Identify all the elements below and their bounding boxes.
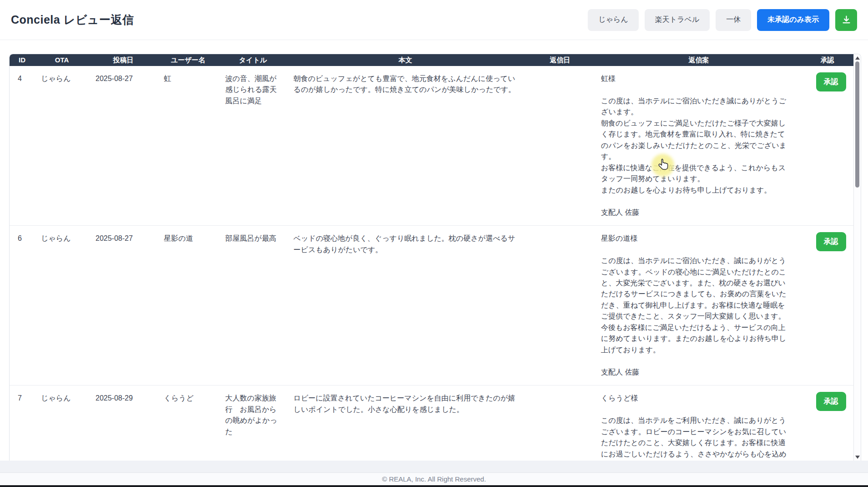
table-row: 7 じゃらん 2025-08-29 くらうど 大人数の家族旅行 お風呂からの眺め… <box>10 386 861 461</box>
cell-user-name: 星影の道 <box>157 226 219 385</box>
cell-reply-date <box>524 226 596 385</box>
table-row: 4 じゃらん 2025-08-27 虹 波の音、潮風が感じられる露天風呂に満足 … <box>10 66 861 226</box>
cell-reply-draft: 虹様 この度は、当ホテルにご宿泊いただき誠にありがとうございます。 朝食のビュッ… <box>596 66 801 225</box>
approve-button[interactable]: 承認 <box>816 392 846 411</box>
page-title: Conciela レビュー返信 <box>11 12 134 27</box>
column-header: 投稿日 <box>89 54 157 66</box>
copyright-text: © REALA, Inc. All Right Reserved. <box>382 475 486 483</box>
cell-reply-date <box>524 66 596 225</box>
footer: © REALA, Inc. All Right Reserved. <box>0 472 868 485</box>
page-background-gap <box>0 461 868 472</box>
cell-review-body: ロビーに設置されていたコーヒーマシンを自由に利用できたのが嬉しいポイントでした。… <box>287 386 524 461</box>
approve-button[interactable]: 承認 <box>816 232 846 251</box>
column-header: 返信日 <box>524 54 596 66</box>
cell-approve: 承認 <box>801 386 861 461</box>
reviews-table: IDOTA投稿日ユーザー名タイトル本文返信日返信案承認 4 じゃらん 2025-… <box>9 54 861 461</box>
column-header: ユーザー名 <box>157 54 219 66</box>
download-icon <box>842 15 851 25</box>
scrollbar-thumb[interactable] <box>855 61 859 188</box>
cell-user-name: くらうど <box>157 386 219 461</box>
cell-id: 6 <box>10 226 35 385</box>
cell-ota: じゃらん <box>35 66 89 225</box>
vertical-scrollbar[interactable] <box>853 54 861 461</box>
cell-id: 4 <box>10 66 35 225</box>
column-header: 本文 <box>287 54 524 66</box>
cell-reply-draft: くらうど様 この度は、当ホテルをご利用いただき、誠にありがとうございます。ロビー… <box>596 386 801 461</box>
top-bar: Conciela レビュー返信 じゃらん 楽天トラベル 一休 未承認のみ表示 <box>0 0 868 40</box>
filter-ikkyu-button[interactable]: 一休 <box>716 9 751 31</box>
cell-review-body: ベッドの寝心地が良く、ぐっすり眠れました。枕の硬さが選べるサービスもありがたいで… <box>287 226 524 385</box>
filter-jalan-button[interactable]: じゃらん <box>588 9 639 31</box>
cell-reply-date <box>524 386 596 461</box>
cell-review-body: 朝食のビュッフェがとても豊富で、地元食材をふんだんに使っているのが嬉しかったです… <box>287 66 524 225</box>
window-bottom-edge <box>0 485 868 487</box>
cell-user-name: 虹 <box>157 66 219 225</box>
column-header: 承認 <box>801 54 853 66</box>
column-header: OTA <box>35 54 89 66</box>
cell-reply-draft: 星影の道様 この度は、当ホテルにご宿泊いただき、誠にありがとうございます。ベッド… <box>596 226 801 385</box>
table-body: 4 じゃらん 2025-08-27 虹 波の音、潮風が感じられる露天風呂に満足 … <box>10 66 861 461</box>
column-header: ID <box>10 54 35 66</box>
approve-button[interactable]: 承認 <box>816 72 846 91</box>
cell-review-title: 大人数の家族旅行 お風呂からの眺めがよかった <box>219 386 287 461</box>
cell-ota: じゃらん <box>35 226 89 385</box>
cell-ota: じゃらん <box>35 386 89 461</box>
filter-rakuten-travel-button[interactable]: 楽天トラベル <box>645 9 710 31</box>
cell-approve: 承認 <box>801 66 861 225</box>
table-header-row: IDOTA投稿日ユーザー名タイトル本文返信日返信案承認 <box>10 54 853 66</box>
table-row: 6 じゃらん 2025-08-27 星影の道 部屋風呂が最高 ベッドの寝心地が良… <box>10 226 861 386</box>
scrollbar-down-arrow-icon[interactable] <box>855 456 860 459</box>
toolbar: じゃらん 楽天トラベル 一休 未承認のみ表示 <box>588 9 857 31</box>
cell-post-date: 2025-08-27 <box>89 66 157 225</box>
cell-id: 7 <box>10 386 35 461</box>
cell-review-title: 波の音、潮風が感じられる露天風呂に満足 <box>219 66 287 225</box>
download-button[interactable] <box>835 9 857 31</box>
cell-post-date: 2025-08-29 <box>89 386 157 461</box>
cell-post-date: 2025-08-27 <box>89 226 157 385</box>
column-header: 返信案 <box>596 54 801 66</box>
cell-approve: 承認 <box>801 226 861 385</box>
scrollbar-up-arrow-icon[interactable] <box>855 56 860 60</box>
show-unapproved-only-button[interactable]: 未承認のみ表示 <box>757 9 829 31</box>
cell-review-title: 部屋風呂が最高 <box>219 226 287 385</box>
column-header: タイトル <box>219 54 287 66</box>
